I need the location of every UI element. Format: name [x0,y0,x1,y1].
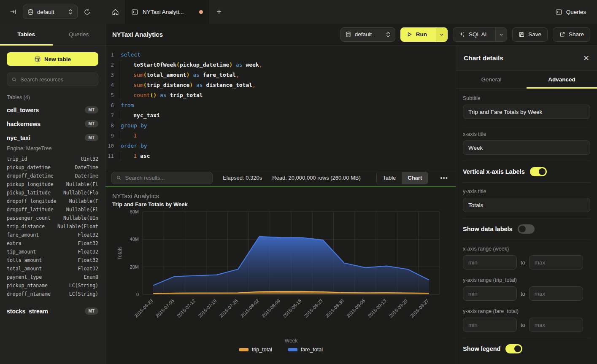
view-option-chart[interactable]: Chart [402,172,428,184]
sidebar-tab-tables[interactable]: Tables [0,24,53,45]
collapse-sidebar-button[interactable] [8,6,19,17]
legend-item[interactable]: fare_total [288,347,323,353]
page-title: NYTaxi Analytics [112,31,163,38]
queries-button[interactable]: Queries [544,0,597,24]
panel-tabs: General Advanced [456,71,597,89]
results-more-button[interactable]: ••• [438,174,450,181]
y-range-trip-min-input[interactable] [463,286,517,301]
terminal-icon [131,8,138,16]
y-axis-title-label: y-axis title [463,189,590,194]
vertical-labels-toggle[interactable] [530,167,547,176]
legend-label: trip_total [252,347,272,353]
data-labels-row: Show data labels [463,224,590,234]
save-button[interactable]: Save [512,27,548,42]
table-row[interactable]: stocks_streamMT [7,304,98,318]
legend-swatch [288,348,297,351]
column-type: Nullable(F [69,198,98,204]
x-axis-title-input[interactable] [463,140,590,155]
column-row: passenger_countNullable(UIn [7,214,98,222]
panel-tab-advanced[interactable]: Advanced [527,71,597,88]
divider [463,338,590,338]
column-row: pickup_datetimeDateTime [7,163,98,172]
x-axis-title-label: x-axis title [463,131,590,137]
resource-search-input[interactable] [20,76,94,83]
share-button-label: Share [569,31,584,38]
sql-ai-button[interactable]: SQL AI [453,28,492,41]
sql-editor[interactable]: 1select2 toStartOfWeek(pickup_datetime) … [105,46,456,169]
y-range-trip-max-input[interactable] [529,286,583,301]
column-row: pickup_latitudeNullable(Flo [7,189,98,197]
chevron-down-icon [499,32,504,37]
query-tab[interactable]: NYTaxi Analyti... [125,0,209,24]
column-name: pickup_datetime [7,164,51,170]
y-range-fare-max-input[interactable] [529,318,583,332]
line-number: 11 [105,151,121,161]
refresh-button[interactable] [82,7,92,17]
table-row[interactable]: nyc_taxiMT [7,131,98,145]
query-database-value: default [355,31,382,38]
legend-swatch [239,348,249,351]
divider [463,218,590,218]
x-range-min-input[interactable] [463,255,517,270]
arrow-to-bar-icon [9,8,17,16]
run-button[interactable]: Run [401,28,432,41]
svg-text:2015-07-12: 2015-07-12 [176,298,196,318]
svg-text:2015-08-09: 2015-08-09 [261,298,281,318]
editor-line: 8group by [105,121,456,131]
svg-text:2015-08-16: 2015-08-16 [282,298,302,318]
svg-text:Totals: Totals [117,246,123,259]
results-search-input[interactable] [125,175,208,181]
ellipsis-icon: ••• [440,174,448,181]
close-panel-button[interactable]: ✕ [583,54,589,63]
refresh-icon [84,8,91,16]
subtitle-input[interactable] [463,105,590,119]
column-type: Nullable(Fl [66,181,98,187]
view-option-table[interactable]: Table [377,172,402,184]
home-tab-button[interactable] [105,0,125,24]
editor-line: 9 1 [105,131,456,141]
column-type: Nullable(Fl [66,207,98,213]
sql-ai-options-button[interactable] [495,28,507,41]
show-legend-label: Show legend [463,345,500,352]
data-labels-toggle[interactable] [518,224,535,234]
divider [463,125,590,125]
save-button-label: Save [528,31,541,38]
column-name: pickup_longitude [7,181,54,187]
run-options-button[interactable] [436,28,447,41]
divider [463,240,590,240]
legend-item[interactable]: trip_total [239,347,272,353]
topbar-database-selector[interactable]: default [23,5,78,19]
engine-badge: MT [85,106,98,113]
main-area: NYTaxi Analytics default Run [105,24,597,364]
y-axis-title-input[interactable] [463,198,590,212]
show-legend-toggle[interactable] [505,344,522,353]
share-button[interactable]: Share [553,27,590,42]
svg-text:2015-07-26: 2015-07-26 [218,298,238,318]
chart-region: NYTaxi Analytics Trip and Fare Totals by… [105,187,456,364]
new-table-button[interactable]: New table [7,52,98,66]
editor-line: 10order by [105,141,456,151]
table-row[interactable]: hackernewsMT [7,117,98,131]
chart-canvas[interactable]: 020M40M60M2015-06-282015-07-052015-07-12… [112,209,450,347]
code-text: order by [121,141,147,151]
svg-text:2015-09-06: 2015-09-06 [346,298,366,318]
y-range-trip-row: to [463,286,590,301]
chevron-down-icon [439,32,444,37]
divider [463,182,590,183]
column-type: Float32 [78,266,98,272]
tabstrip-spacer [229,0,544,24]
new-tab-button[interactable]: + [209,0,229,24]
sidebar-tab-queries[interactable]: Queries [53,24,105,45]
column-type: DateTime [75,164,98,170]
spacer [7,298,98,304]
editor-line: 4 sum(trip_distance) as distance_total, [105,80,456,90]
table-row[interactable]: cell_towersMT [7,103,98,117]
y-range-fare-min-input[interactable] [463,318,517,332]
code-text: 1 [121,131,137,141]
query-database-selector[interactable]: default [340,27,395,42]
code-text: sum(trip_distance) as distance_total, [121,80,256,90]
editor-line: 1select [105,50,456,60]
x-range-max-input[interactable] [529,255,583,270]
query-tab-label: NYTaxi Analyti... [143,9,195,15]
panel-tab-general[interactable]: General [456,71,527,88]
